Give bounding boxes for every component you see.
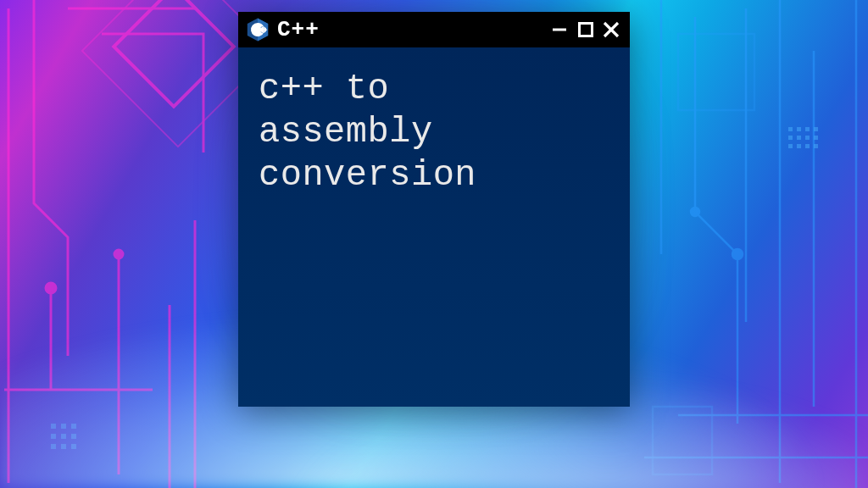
- svg-rect-34: [264, 30, 267, 30]
- window-titlebar[interactable]: C++: [238, 12, 630, 47]
- svg-rect-16: [788, 144, 793, 148]
- svg-rect-8: [788, 127, 793, 131]
- svg-rect-17: [797, 144, 801, 148]
- svg-rect-32: [259, 30, 263, 30]
- svg-rect-9: [797, 127, 801, 131]
- window-controls: [550, 19, 621, 40]
- cpp-logo-icon: [245, 17, 270, 42]
- window-body: c++ to assembly conversion: [238, 47, 630, 407]
- svg-rect-11: [814, 127, 818, 131]
- svg-rect-0: [114, 0, 233, 107]
- window-title: C++: [277, 17, 543, 42]
- svg-rect-36: [580, 24, 593, 36]
- body-text: c++ to assembly conversion: [259, 68, 609, 198]
- terminal-window: C++ c++ to assembly conversion: [238, 12, 630, 407]
- svg-rect-18: [805, 144, 810, 148]
- maximize-button[interactable]: [576, 19, 596, 40]
- svg-rect-12: [788, 136, 793, 140]
- svg-rect-14: [805, 136, 810, 140]
- svg-rect-4: [678, 34, 754, 110]
- close-button[interactable]: [601, 19, 621, 40]
- svg-point-7: [691, 208, 699, 216]
- svg-rect-15: [814, 136, 818, 140]
- minimize-button[interactable]: [550, 19, 570, 40]
- svg-rect-13: [797, 136, 801, 140]
- svg-rect-10: [805, 127, 810, 131]
- svg-rect-19: [814, 144, 818, 148]
